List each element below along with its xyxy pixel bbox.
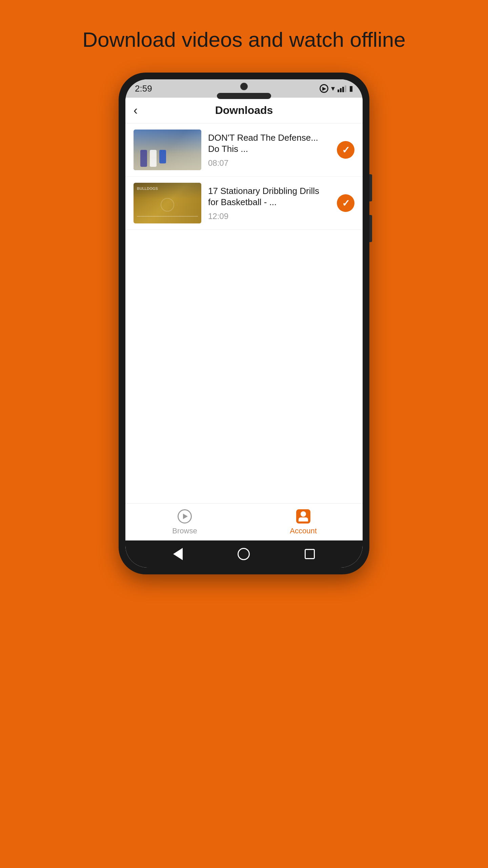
account-person-icon	[296, 509, 310, 524]
court-circle	[161, 198, 174, 212]
phone-device: 2:59 ▶ ▾ ▮ ‹ Downloads	[119, 73, 369, 574]
account-icon	[296, 509, 311, 524]
figure-1	[140, 150, 147, 167]
video-duration-1: 08:07	[208, 158, 330, 168]
browse-label: Browse	[172, 527, 197, 535]
phone-screen: 2:59 ▶ ▾ ▮ ‹ Downloads	[125, 79, 363, 568]
phone-speaker	[217, 93, 271, 99]
court-line	[137, 216, 198, 217]
status-icons: ▶ ▾ ▮	[320, 84, 353, 93]
android-recents-button[interactable]	[305, 549, 315, 559]
nav-item-account[interactable]: Account	[244, 509, 363, 535]
phone-side-button-top	[369, 174, 372, 201]
account-label: Account	[290, 527, 317, 535]
video-item-2[interactable]: BULLDOGS 17 Stationary Dribbling Drills …	[125, 177, 363, 230]
video-item-1[interactable]: DON'T Read The Defense... Do This ... 08…	[125, 123, 363, 177]
browse-icon	[177, 509, 192, 524]
android-back-button[interactable]	[173, 548, 183, 560]
video-title-2: 17 Stationary Dribbling Drills for Baske…	[208, 185, 330, 209]
page-background-title: Download videos and watch offline	[55, 27, 433, 52]
signal-bars	[338, 85, 346, 92]
figure-3	[159, 150, 166, 163]
download-check-1: ✓	[337, 141, 354, 159]
battery-icon: ▮	[349, 84, 353, 93]
phone-home-bar	[125, 540, 363, 568]
phone-side-button-bottom	[369, 215, 372, 242]
android-home-button[interactable]	[238, 548, 250, 560]
back-button[interactable]: ‹	[134, 103, 138, 118]
download-check-2: ✓	[337, 194, 354, 212]
wifi-icon: ▾	[331, 84, 335, 93]
check-icon-1: ✓	[342, 144, 350, 156]
thumbnail-figures-1	[140, 150, 166, 167]
phone-camera	[240, 83, 248, 90]
video-thumbnail-1	[134, 130, 201, 170]
video-info-1: DON'T Read The Defense... Do This ... 08…	[201, 132, 337, 168]
browse-play-icon	[178, 509, 192, 524]
downloads-list: DON'T Read The Defense... Do This ... 08…	[125, 123, 363, 503]
video-duration-2: 12:09	[208, 212, 330, 221]
video-info-2: 17 Stationary Dribbling Drills for Baske…	[201, 185, 337, 221]
check-icon-2: ✓	[342, 198, 350, 209]
video-title-1: DON'T Read The Defense... Do This ...	[208, 132, 330, 155]
figure-2	[150, 150, 157, 167]
bottom-nav: Browse Account	[125, 503, 363, 540]
thumbnail-text-2: BULLDOGS	[137, 187, 158, 191]
nav-item-browse[interactable]: Browse	[125, 509, 244, 535]
phone-top-bar	[217, 83, 271, 99]
media-playing-icon: ▶	[320, 84, 328, 93]
app-header: ‹ Downloads	[125, 98, 363, 123]
video-thumbnail-2: BULLDOGS	[134, 183, 201, 223]
status-time: 2:59	[135, 83, 152, 94]
page-title: Downloads	[215, 104, 273, 117]
